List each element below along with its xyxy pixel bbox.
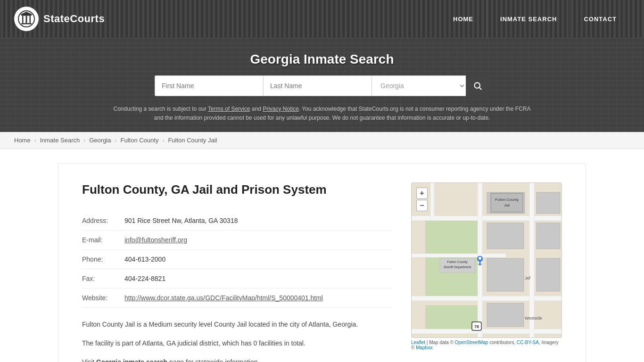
svg-text:Fulton County: Fulton County	[495, 197, 519, 202]
svg-point-35	[479, 257, 481, 260]
georgia-inmate-search-link: Georgia inmate search	[96, 358, 167, 362]
svg-rect-26	[491, 193, 523, 212]
phone-row: Phone: 404-613-2000	[82, 250, 392, 269]
svg-rect-1	[21, 23, 32, 25]
site-logo[interactable]: StateCourts	[14, 7, 105, 31]
zoom-out-button[interactable]: −	[416, 200, 428, 211]
phone-value: 404-613-2000	[124, 250, 392, 269]
fax-label: Fax:	[82, 269, 124, 288]
svg-text:Westside: Westside	[525, 316, 542, 321]
address-row: Address: 901 Rice Street Nw, Atlanta, GA…	[82, 211, 392, 230]
facility-title: Fulton County, GA Jail and Prison System	[82, 182, 392, 197]
site-header: StateCourts HOME INMATE SEARCH CONTACT	[0, 0, 644, 38]
svg-rect-23	[487, 258, 524, 291]
map-attribution: Leaflet | Map data © OpenStreetMap contr…	[411, 340, 562, 350]
nav-home[interactable]: HOME	[440, 0, 487, 38]
website-link[interactable]: http://www.dcor.state.ga.us/GDC/Facility…	[124, 294, 323, 302]
description-2: The facility is part of Atlanta, GA judi…	[82, 338, 392, 349]
search-bar: Select State Alabama Georgia Texas	[9, 75, 635, 96]
facility-details-table: Address: 901 Rice Street Nw, Atlanta, GA…	[82, 211, 392, 308]
svg-rect-4	[26, 16, 27, 24]
email-row: E-mail: info@fultonsheriff.org	[82, 230, 392, 250]
address-label: Address:	[82, 211, 124, 230]
map-svg: Fulton County Jail Fulton County Sheriff…	[412, 183, 562, 338]
svg-rect-5	[30, 16, 31, 24]
svg-text:Fulton County: Fulton County	[447, 260, 468, 264]
breadcrumb-sep-2: ›	[83, 137, 85, 144]
search-icon	[473, 81, 482, 90]
hero-section: Georgia Inmate Search Select State Alaba…	[0, 38, 644, 132]
nav-inmate-search[interactable]: INMATE SEARCH	[487, 0, 570, 38]
phone-label: Phone:	[82, 250, 124, 269]
email-link[interactable]: info@fultonsheriff.org	[124, 236, 187, 244]
state-select[interactable]: Select State Alabama Georgia Texas	[372, 75, 466, 96]
website-label: Website:	[82, 288, 124, 308]
svg-rect-20	[537, 192, 560, 214]
svg-text:Jef: Jef	[525, 276, 531, 280]
zoom-in-button[interactable]: +	[416, 188, 428, 199]
svg-text:Jail: Jail	[504, 203, 510, 207]
svg-text:78: 78	[474, 324, 479, 329]
svg-rect-25	[487, 303, 524, 327]
breadcrumb-home[interactable]: Home	[14, 137, 31, 144]
svg-line-8	[479, 88, 482, 90]
svg-rect-22	[537, 223, 560, 249]
logo-text: StateCourts	[43, 13, 105, 25]
svg-point-7	[474, 82, 480, 88]
description-1: Fulton County Jail is a Medium security …	[82, 319, 392, 330]
svg-rect-2	[21, 15, 32, 16]
svg-rect-17	[529, 183, 534, 338]
address-value: 901 Rice Street Nw, Atlanta, GA 30318	[124, 211, 392, 230]
leaflet-link[interactable]: Leaflet	[411, 340, 425, 345]
main-nav: HOME INMATE SEARCH CONTACT	[440, 0, 630, 38]
svg-rect-14	[412, 329, 562, 334]
main-container: Fulton County, GA Jail and Prison System…	[39, 149, 605, 362]
terms-link[interactable]: Terms of Service	[208, 106, 250, 112]
breadcrumb-inmate-search[interactable]: Inmate Search	[40, 137, 80, 144]
breadcrumb-sep-4: ›	[162, 137, 164, 144]
mapbox-link[interactable]: Mapbox	[416, 345, 433, 350]
website-row: Website: http://www.dcor.state.ga.us/GDC…	[82, 288, 392, 308]
osm-link[interactable]: OpenStreetMap	[455, 340, 488, 345]
email-label: E-mail:	[82, 230, 124, 250]
breadcrumb: Home › Inmate Search › Georgia › Fulton …	[0, 132, 644, 149]
description-3: Visit Georgia inmate search page for sta…	[82, 357, 392, 362]
hero-title: Georgia Inmate Search	[9, 52, 635, 67]
svg-rect-13	[412, 296, 562, 301]
search-button[interactable]	[466, 75, 489, 96]
map-container: + −	[411, 182, 562, 362]
privacy-link[interactable]: Privacy Notice	[263, 106, 299, 112]
hero-disclaimer: Conducting a search is subject to our Te…	[110, 105, 534, 123]
nav-contact[interactable]: CONTACT	[570, 0, 630, 38]
first-name-input[interactable]	[155, 75, 263, 96]
website-value: http://www.dcor.state.ga.us/GDC/Facility…	[124, 288, 392, 308]
breadcrumb-sep-3: ›	[115, 137, 116, 144]
svg-rect-15	[412, 254, 506, 257]
fax-row: Fax: 404-224-8821	[82, 269, 392, 288]
email-value: info@fultonsheriff.org	[124, 230, 392, 250]
svg-rect-24	[537, 258, 560, 291]
svg-text:Sheriff Department: Sheriff Department	[444, 265, 471, 269]
map-controls: + −	[416, 188, 428, 211]
breadcrumb-county[interactable]: Fulton County	[120, 137, 158, 144]
svg-rect-3	[22, 16, 24, 24]
svg-rect-21	[487, 223, 524, 249]
map-box: + −	[411, 182, 562, 338]
breadcrumb-sep-1: ›	[34, 137, 36, 144]
content-wrapper: Fulton County, GA Jail and Prison System…	[58, 163, 586, 362]
breadcrumb-current: Fulton County Jail	[168, 137, 217, 144]
facility-info: Fulton County, GA Jail and Prison System…	[82, 182, 392, 362]
ccbysa-link[interactable]: CC-BY-SA	[517, 340, 539, 345]
fax-value: 404-224-8821	[124, 269, 392, 288]
breadcrumb-state[interactable]: Georgia	[89, 137, 111, 144]
logo-icon	[14, 7, 39, 31]
last-name-input[interactable]	[263, 75, 372, 96]
svg-rect-18	[430, 183, 434, 221]
